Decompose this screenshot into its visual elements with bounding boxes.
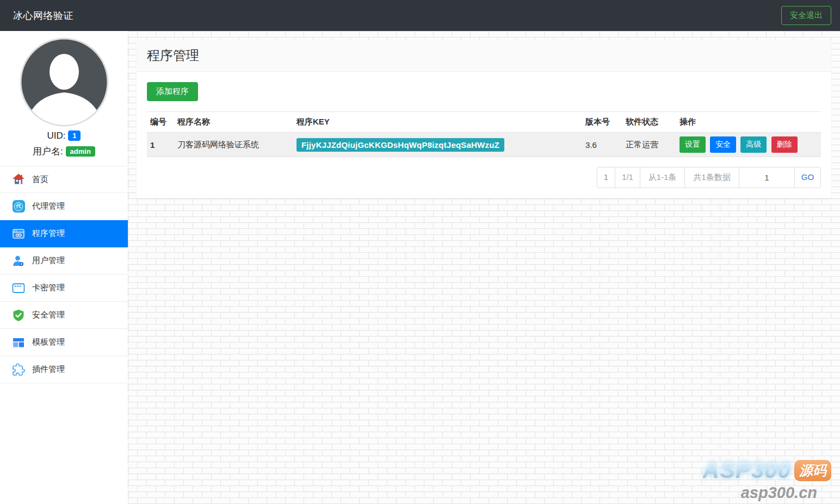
sidebar-menu: 首页 代 代理管理: [0, 166, 128, 383]
cell-actions: 设置 安全 高级 删除: [676, 133, 821, 157]
watermark-badge: 源码: [794, 460, 831, 481]
col-header-version: 版本号: [582, 112, 622, 133]
sidebar-item-templates[interactable]: 模板管理: [0, 329, 128, 356]
avatar: [0, 31, 128, 127]
col-header-key: 程序KEY: [293, 112, 582, 133]
username-badge: admin: [66, 146, 95, 157]
sidebar-item-home[interactable]: 首页: [0, 166, 128, 193]
sidebar-item-label: 安全管理: [32, 310, 65, 320]
cell-status: 正常运营: [622, 133, 676, 157]
puzzle-icon: [12, 363, 25, 376]
sidebar-item-label: 代理管理: [32, 201, 65, 211]
sidebar-item-label: 卡密管理: [32, 283, 65, 293]
watermark: ASP300 源码 asp300.cn: [703, 457, 831, 502]
watermark-brand: ASP300: [703, 457, 791, 483]
program-window-icon: [12, 227, 25, 240]
template-layout-icon: [12, 336, 25, 349]
card-key-icon: [12, 282, 25, 295]
topbar: 冰心网络验证 安全退出: [0, 0, 840, 31]
logout-button[interactable]: 安全退出: [781, 6, 831, 25]
programs-table: 编号 程序名称 程序KEY 版本号 软件状态 操作 1 刀客源码网络验证系统: [147, 111, 821, 157]
panel-body: 添加程序 编号 程序名称 程序KEY 版本号 软件状态 操作: [137, 72, 831, 198]
cell-program-name: 刀客源码网络验证系统: [174, 133, 293, 157]
page-of-total: 1/1: [615, 167, 640, 188]
program-panel: 程序管理 添加程序 编号 程序名称 程序KEY 版本号: [137, 40, 831, 198]
cell-id: 1: [147, 133, 174, 157]
page-jump-input[interactable]: [739, 167, 794, 188]
col-header-id: 编号: [147, 112, 174, 133]
sidebar-item-label: 插件管理: [32, 364, 65, 375]
sidebar-item-label: 模板管理: [32, 337, 65, 347]
table-row: 1 刀客源码网络验证系统 FjjyKJJZdQiujGcKKGDsHqWqP8i…: [147, 133, 821, 157]
go-button[interactable]: GO: [794, 167, 820, 188]
program-key-badge: FjjyKJJZdQiujGcKKGDsHqWqP8izqtJeqSaHWzuZ: [297, 138, 504, 152]
cell-program-key: FjjyKJJZdQiujGcKKGDsHqWqP8izqtJeqSaHWzuZ: [293, 133, 582, 157]
records-total: 共1条数据: [684, 167, 739, 188]
home-icon: [12, 173, 25, 186]
col-header-name: 程序名称: [174, 112, 293, 133]
uid-row: UID: 1: [0, 130, 128, 141]
pagination: 1 1/1 从1-1条 共1条数据 GO: [597, 167, 821, 188]
panel-header: 程序管理: [137, 40, 831, 72]
uid-badge: 1: [68, 130, 81, 141]
shield-check-icon: [12, 309, 25, 322]
sidebar-item-label: 程序管理: [32, 228, 65, 239]
sidebar-item-agents[interactable]: 代 代理管理: [0, 193, 128, 220]
username-row: 用户名: admin: [0, 145, 128, 158]
app-title: 冰心网络验证: [13, 9, 73, 22]
sidebar-item-label: 用户管理: [32, 256, 65, 266]
sidebar: UID: 1 用户名: admin 首页: [0, 31, 128, 504]
main-content: 程序管理 添加程序 编号 程序名称 程序KEY 版本号: [128, 31, 840, 504]
username-label: 用户名:: [33, 146, 63, 157]
avatar-image: [20, 38, 109, 127]
sidebar-item-programs[interactable]: 程序管理: [0, 220, 128, 247]
page-number-link[interactable]: 1: [597, 167, 615, 188]
settings-button[interactable]: 设置: [680, 136, 706, 153]
pagination-row: 1 1/1 从1-1条 共1条数据 GO: [147, 167, 821, 188]
security-button[interactable]: 安全: [710, 136, 736, 153]
watermark-domain: asp300.cn: [703, 484, 817, 502]
user-gear-icon: [12, 254, 25, 267]
cell-version: 3.6: [582, 133, 622, 157]
records-range: 从1-1条: [640, 167, 684, 188]
col-header-actions: 操作: [676, 112, 821, 133]
delete-button[interactable]: 删除: [771, 136, 798, 153]
advanced-button[interactable]: 高级: [740, 136, 767, 153]
page-title: 程序管理: [147, 47, 821, 64]
table-header-row: 编号 程序名称 程序KEY 版本号 软件状态 操作: [147, 112, 821, 133]
sidebar-item-label: 首页: [32, 175, 48, 185]
agent-icon: 代: [12, 200, 25, 213]
sidebar-item-users[interactable]: 用户管理: [0, 247, 128, 275]
add-program-button[interactable]: 添加程序: [147, 82, 198, 101]
sidebar-item-security[interactable]: 安全管理: [0, 302, 128, 329]
uid-label: UID:: [47, 130, 66, 141]
sidebar-item-cardkeys[interactable]: 卡密管理: [0, 275, 128, 302]
sidebar-item-plugins[interactable]: 插件管理: [0, 356, 128, 383]
col-header-status: 软件状态: [622, 112, 676, 133]
